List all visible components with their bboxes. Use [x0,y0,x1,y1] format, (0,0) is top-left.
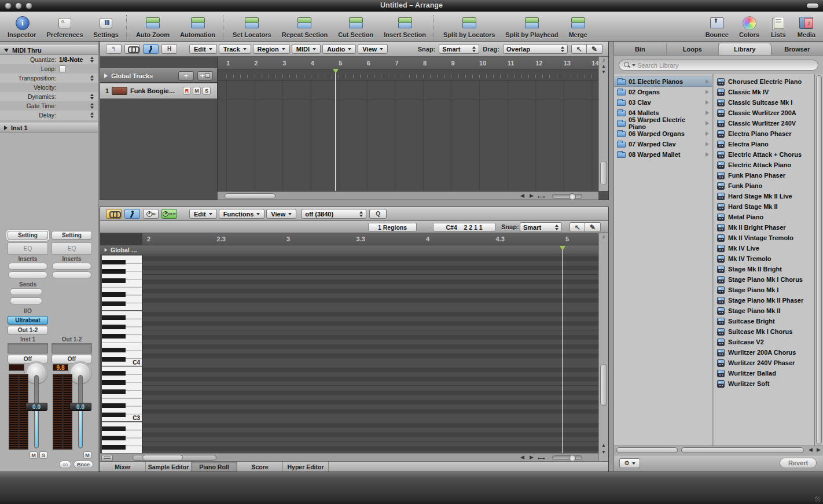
fader-value[interactable]: 0.0 [25,403,47,411]
library-category-row[interactable]: 07 Warped Clav [614,139,712,149]
search-options-icon[interactable] [632,64,635,67]
hierarchy-back-button[interactable]: ↰ [106,44,122,54]
loop-checkbox[interactable] [59,65,66,72]
tab-browser[interactable]: Browser [771,43,823,55]
power-button[interactable]: Off [52,355,92,363]
tab-bin[interactable]: Bin [614,43,667,55]
track-row[interactable]: 1 UB Funk Boogie… R M S [100,83,217,99]
inst1-header[interactable]: Inst 1 [0,123,98,133]
library-patch-row[interactable]: Mk IV Tremolo [714,253,814,264]
library-patch-row[interactable]: Suitcase Mk I Chorus [714,326,814,337]
solo-button[interactable]: S [39,451,47,459]
piano-roll-hscrollbar[interactable]: ◀ ▶ ⟷ [100,453,598,461]
library-patch-row[interactable]: Electra Piano [714,139,814,149]
library-patch-row[interactable]: Suitcase Bright [714,316,814,326]
arrange-vscrollbar[interactable]: ♪ ▲ ▼ [598,57,608,191]
library-patch-row[interactable]: Electric Attack + Chorus [714,149,814,160]
split-by-locators[interactable]: Split by Locators [433,15,500,39]
library-patch-row[interactable]: Funk Piano [714,181,814,191]
note-grid[interactable] [142,255,598,453]
arrange-menu[interactable]: View [358,44,388,54]
media[interactable]: Media [792,15,821,39]
library-patch-row[interactable]: Hard Stage Mk II [714,201,814,212]
scroll-right-icon[interactable]: ▶ [530,193,534,198]
volume-fader[interactable]: 0.0 [74,375,87,448]
snap-dropdown[interactable]: Smart [439,44,479,54]
instrument-slot[interactable]: Ultrabeat [8,316,48,325]
piano-roll-menu[interactable]: View [266,209,296,219]
stepper-control[interactable] [89,75,94,81]
loop-row[interactable]: Loop: [0,64,98,73]
hide-tracks-button[interactable]: H [161,44,177,54]
arrange-menu[interactable]: Edit [189,44,217,54]
bar-ruler[interactable]: 1234567891011121314 [218,57,598,80]
set-locators[interactable]: Set Locators [223,15,277,39]
keyboard-octave[interactable] [102,255,142,311]
snap-dropdown[interactable]: Smart [520,222,562,232]
library-category-row[interactable]: 02 Organs [614,87,712,97]
arrange-grid[interactable] [218,80,598,191]
hyper-draw-button[interactable] [101,455,113,461]
scroll-thumb[interactable] [600,161,607,185]
arrange-hscrollbar[interactable]: ◀ ▶ ⟷ [218,192,598,200]
drag-dropdown[interactable]: Overlap [503,44,568,54]
tab-piano-roll[interactable]: Piano Roll [192,462,237,472]
gate-time-row[interactable]: Gate Time: [0,101,98,111]
library-category-row[interactable]: 05 Warped Electric Piano [614,118,712,128]
scroll-right-icon[interactable]: ▶ [530,454,534,460]
midi-out-button[interactable]: OUT [161,209,177,219]
send-slot[interactable] [10,288,42,295]
setting-button[interactable]: Setting [8,231,48,240]
keyboard-octave[interactable]: C3 [102,366,142,422]
arrange-menu[interactable]: Audio [322,44,356,54]
output-slot[interactable]: Out 1-2 [8,326,48,334]
keyboard-octave[interactable]: C2 [102,422,142,453]
piano-roll-menu[interactable]: Edit [189,209,217,219]
insert-slot[interactable] [8,271,47,278]
resize-grip[interactable] [815,496,821,502]
stepper-control[interactable] [89,103,94,109]
library-patch-row[interactable]: Mk IV Live [714,243,814,253]
lists[interactable]: Lists [765,15,792,39]
scroll-thumb[interactable] [681,447,804,453]
library-patch-row[interactable]: Funk Piano Phaser [714,170,814,181]
library-patch-row[interactable]: Chorused Electric Piano [714,76,814,87]
scroll-down-icon[interactable]: ▼ [599,69,608,75]
scroll-right-icon[interactable]: ▶ [817,447,821,453]
mute-button[interactable]: M [30,451,38,459]
automation[interactable]: Automation [175,15,221,39]
cut-section[interactable]: Cut Section [333,15,379,39]
library-patch-row[interactable]: Stage Piano Mk II Phaser [714,295,814,306]
track-solo-button[interactable]: S [203,87,211,95]
piano-keyboard[interactable]: C4 C3 C2 C1 [102,255,142,453]
settings[interactable]: Settings [89,15,124,39]
mute-button[interactable]: M [83,451,91,459]
library-patch-row[interactable]: Wurlitzer Ballad [714,368,814,378]
zoom-fit-icon[interactable]: ⟷ [538,194,545,200]
library-patch-row[interactable]: Electra Piano Phaser [714,128,814,139]
arrange-menu[interactable]: MIDI [292,44,321,54]
scroll-up-icon[interactable]: ▲ [599,64,608,69]
insert-slot[interactable] [8,263,47,270]
midi-in-button[interactable]: IN [143,209,159,219]
library-patch-row[interactable]: Hard Stage Mk II Live [714,191,814,201]
scroll-thumb[interactable] [600,364,607,406]
zoom-slider[interactable] [552,455,582,460]
library-patch-row[interactable]: Electric Attack Piano [714,160,814,170]
library-vscrollbar[interactable] [814,74,823,446]
library-patch-row[interactable]: Wurlitzer 200A Chorus [714,347,814,358]
inspector[interactable]: Inspector [2,15,42,39]
midi-thru-header[interactable]: MIDI Thru [0,45,98,55]
scroll-thumb[interactable] [816,75,822,444]
zoom-fit-icon[interactable]: ⟷ [538,455,545,461]
track-mute-button[interactable]: M [193,87,201,95]
stereo-format-button[interactable]: ○○ [59,461,71,468]
fader-value[interactable]: 0.0 [69,403,91,411]
library-search[interactable] [619,60,818,71]
action-menu-button[interactable]: ⚙ [619,458,640,468]
beat-ruler[interactable]: 22.333.344.35 [142,233,598,245]
library-patch-row[interactable]: Stage Piano Mk I Chorus [714,274,814,285]
pencil-tool-button[interactable]: ✎ [585,222,601,232]
library-patch-row[interactable]: Stage Mk II Bright [714,264,814,274]
arrange-menu[interactable]: Track [219,44,251,54]
